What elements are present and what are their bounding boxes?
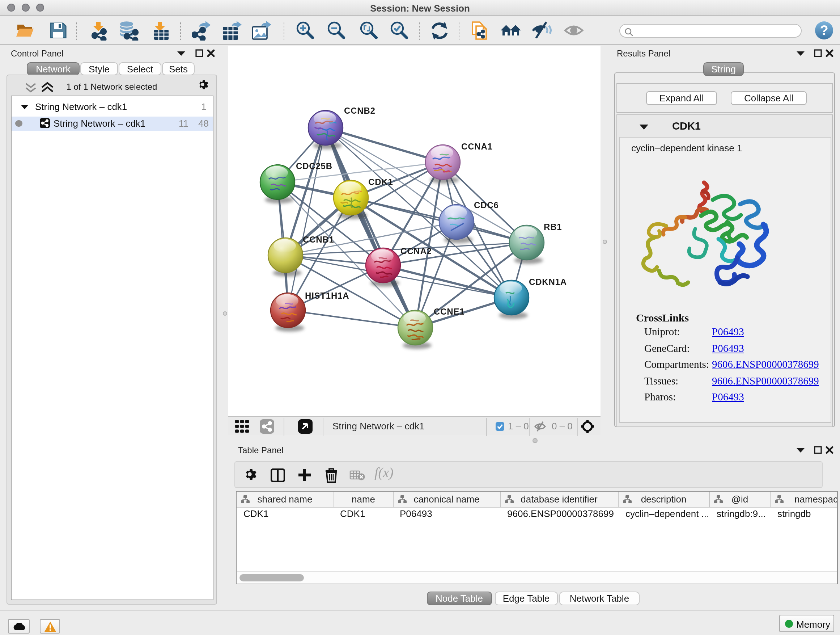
svg-text:RB1: RB1 (544, 222, 562, 231)
svg-text:CCNB2: CCNB2 (344, 105, 376, 115)
svg-text:CDC6: CDC6 (474, 200, 499, 210)
svg-text:CCNA2: CCNA2 (401, 246, 432, 256)
svg-text:HIST1H1A: HIST1H1A (305, 290, 349, 300)
svg-text:CCNB1: CCNB1 (303, 234, 334, 244)
svg-text:CDK1: CDK1 (368, 177, 393, 187)
svg-text:?: ? (820, 23, 828, 38)
svg-text:CCNA1: CCNA1 (461, 141, 493, 151)
svg-text:CDC25B: CDC25B (296, 161, 332, 171)
svg-text:CDKN1A: CDKN1A (529, 277, 567, 287)
svg-text:CCNE1: CCNE1 (434, 306, 464, 316)
